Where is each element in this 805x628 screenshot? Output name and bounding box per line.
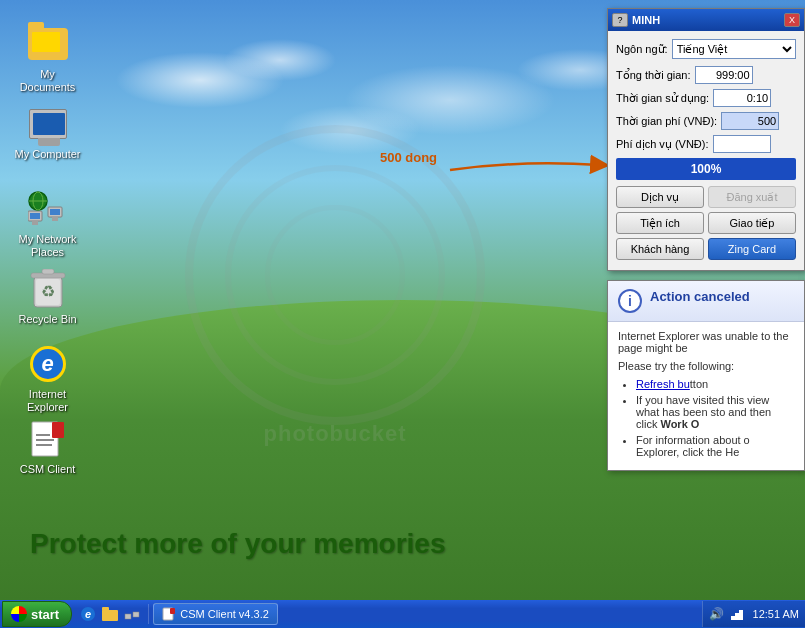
tray-network-icon[interactable] (729, 606, 745, 622)
desktop-icon-recycle-bin[interactable]: ♻ Recycle Bin (10, 265, 85, 330)
quick-launch: e (78, 604, 149, 624)
ie-tip-1: Refresh button (636, 378, 794, 390)
taskbar-items: CSM Client v4.3.2 (149, 603, 701, 625)
my-network-places-label: My Network Places (14, 233, 81, 259)
taskbar-csm-item[interactable]: CSM Client v4.3.2 (153, 603, 278, 625)
used-time-label: Thời gian sử dụng: (616, 92, 709, 105)
recycle-bin-label: Recycle Bin (14, 313, 81, 326)
ie-title: Action canceled (650, 289, 750, 304)
titlebar-controls: X (784, 13, 800, 27)
help-button[interactable]: ? (612, 13, 628, 27)
taskbar-csm-label: CSM Client v4.3.2 (180, 608, 269, 620)
used-time-input[interactable] (713, 89, 771, 107)
protect-text: Protect more of your memories (30, 528, 445, 560)
svg-rect-28 (735, 613, 739, 620)
my-documents-icon (28, 24, 68, 64)
dialog-titlebar: ? MINH X (608, 9, 804, 31)
svg-rect-17 (36, 439, 54, 441)
taskbar: start e CSM Client (0, 600, 805, 628)
recycle-bin-icon: ♻ (28, 269, 68, 309)
tray-time: 12:51 AM (753, 608, 799, 620)
ie-tip-3: For information about o Explorer, click … (636, 434, 794, 458)
ie-refresh-link[interactable]: Refresh bu (636, 378, 690, 390)
internet-explorer-icon: e (28, 344, 68, 384)
svg-text:♻: ♻ (41, 283, 55, 300)
utility-button[interactable]: Tiện ích (616, 212, 704, 234)
svg-rect-12 (42, 269, 54, 274)
svg-rect-16 (36, 434, 50, 436)
service-fee-input[interactable] (713, 135, 771, 153)
internet-explorer-label: Internet Explorer (14, 388, 81, 414)
ie-tip-2: If you have visited this view what has b… (636, 394, 794, 430)
ie-info-icon: i (618, 289, 642, 313)
dialog-title: MINH (632, 14, 660, 26)
total-time-input[interactable] (695, 66, 753, 84)
service-fee-label: Phí dịch vụ (VNĐ): (616, 138, 709, 151)
desktop-icon-csm-client[interactable]: CSM Client (10, 415, 85, 480)
used-time-row: Thời gian sử dụng: document.querySelecto… (616, 89, 796, 107)
my-documents-label: My Documents (14, 68, 81, 94)
lang-row: Ngôn ngữ: Tiếng Việt English (616, 39, 796, 59)
start-label: start (31, 607, 59, 622)
svg-rect-4 (50, 209, 60, 215)
total-time-row: Tổng thời gian: document.querySelector('… (616, 66, 796, 84)
customer-button[interactable]: Khách hàng (616, 238, 704, 260)
csm-client-icon (28, 419, 68, 459)
csm-dialog: ? MINH X Ngôn ngữ: Tiếng Việt English Tổ… (607, 8, 805, 271)
svg-rect-29 (739, 610, 743, 620)
ie-action-canceled-panel: i Action canceled Internet Explorer was … (607, 280, 805, 471)
quick-folder-icon[interactable] (100, 604, 120, 624)
my-computer-icon (28, 104, 68, 144)
contact-button[interactable]: Giao tiếp (708, 212, 796, 234)
windows-logo-icon (11, 606, 27, 622)
quick-network-icon[interactable] (122, 604, 142, 624)
zing-card-button[interactable]: Zing Card (708, 238, 796, 260)
lang-select[interactable]: Tiếng Việt English (672, 39, 796, 59)
dialog-body: Ngôn ngữ: Tiếng Việt English Tổng thời g… (608, 31, 804, 270)
svg-rect-21 (102, 610, 118, 621)
desktop-icon-my-computer[interactable]: My Computer (10, 100, 85, 165)
service-fee-row: Phí dịch vụ (VNĐ): (616, 135, 796, 153)
svg-rect-27 (731, 616, 735, 620)
service-button[interactable]: Dịch vụ (616, 186, 704, 208)
ie-try-label: Please try the following: (618, 360, 794, 372)
time-fee-label: Thời gian phí (VNĐ): (616, 115, 717, 128)
time-fee-row: Thời gian phí (VNĐ): document.querySelec… (616, 112, 796, 130)
progress-bar: 100% (616, 158, 796, 180)
svg-text:e: e (85, 608, 91, 620)
svg-rect-22 (102, 607, 109, 611)
total-time-label: Tổng thời gian: (616, 69, 691, 82)
svg-rect-1 (30, 213, 40, 219)
svg-rect-24 (133, 612, 139, 617)
svg-rect-18 (36, 444, 52, 446)
progress-label: 100% (691, 162, 722, 176)
my-network-places-icon (28, 189, 68, 229)
my-computer-label: My Computer (14, 148, 81, 161)
desktop-icon-internet-explorer[interactable]: e Internet Explorer (10, 340, 85, 418)
logout-button[interactable]: Đăng xuất (708, 186, 796, 208)
svg-rect-2 (32, 221, 38, 225)
watermark: photobucket (160, 100, 510, 450)
btn-row-3: Khách hàng Zing Card (616, 238, 796, 260)
ie-body: Internet Explorer was unable to the page… (608, 322, 804, 470)
ie-desc: Internet Explorer was unable to the page… (618, 330, 794, 354)
system-tray: 🔊 12:51 AM (702, 601, 805, 627)
tray-volume-icon[interactable]: 🔊 (709, 606, 725, 622)
ie-header: i Action canceled (608, 281, 804, 322)
time-fee-input[interactable] (721, 112, 779, 130)
svg-rect-23 (125, 614, 131, 619)
svg-rect-5 (52, 217, 58, 221)
svg-rect-15 (52, 422, 64, 438)
csm-client-label: CSM Client (14, 463, 81, 476)
quick-ie-icon[interactable]: e (78, 604, 98, 624)
btn-row-1: Dịch vụ Đăng xuất (616, 186, 796, 208)
start-button[interactable]: start (2, 601, 72, 627)
ie-tips-list: Refresh button If you have visited this … (618, 378, 794, 458)
desktop-icon-my-network-places[interactable]: My Network Places (10, 185, 85, 263)
btn-row-2: Tiện ích Giao tiếp (616, 212, 796, 234)
svg-rect-26 (170, 608, 175, 614)
lang-label: Ngôn ngữ: (616, 43, 668, 56)
desktop-icon-my-documents[interactable]: My Documents (10, 20, 85, 98)
close-button[interactable]: X (784, 13, 800, 27)
